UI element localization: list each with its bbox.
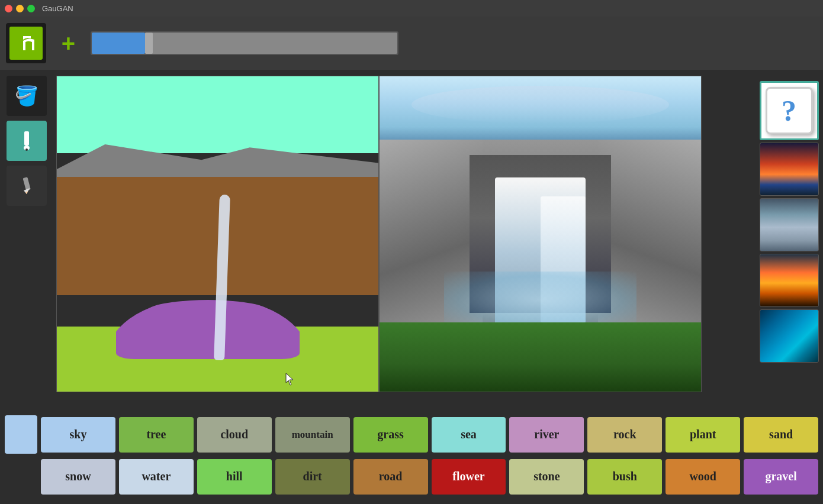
palette-sea[interactable]: sea [432,417,506,453]
plus-icon: + [62,31,75,55]
palette-snow[interactable]: snow [41,459,115,495]
pencil-tool[interactable] [7,166,47,206]
palette-flower[interactable]: flower [432,459,506,495]
canvas-river-layer [116,300,300,359]
paint-bucket-icon: 🪣 [15,85,38,107]
palette-row-1: sky tree cloud mountain grass sea river … [5,415,818,454]
palette-stone[interactable]: stone [509,459,584,495]
minimize-button[interactable] [16,5,24,12]
palette-dirt[interactable]: dirt [275,459,350,495]
palette-gravel[interactable]: gravel [744,459,818,495]
dice-icon: ? [766,87,813,134]
palette-sky[interactable]: sky [41,417,115,453]
toolbar: + [0,17,823,70]
palette-plant[interactable]: plant [666,417,740,453]
titlebar: GauGAN [0,0,823,17]
thumbnail-sunset1[interactable] [760,143,819,196]
thumbnail-clouds[interactable] [760,198,819,251]
palette-river[interactable]: river [509,417,584,453]
wf-mist [444,272,637,328]
palette-water[interactable]: water [119,459,194,495]
canvas-sky-layer [57,76,378,153]
wf-clouds [412,86,668,124]
thumbnail-wave[interactable] [760,309,819,363]
svg-rect-0 [24,131,29,146]
output-canvas [379,76,702,392]
add-button[interactable]: + [52,27,85,60]
app-title: GauGAN [42,4,73,13]
palette-rock[interactable]: rock [587,417,662,453]
svg-point-2 [25,148,28,151]
palette-grass[interactable]: grass [353,417,428,453]
thumbnail-sunset2[interactable] [760,254,819,307]
toolbar-options [91,31,398,55]
palette-mountain[interactable]: mountain [275,417,350,453]
palette-tree[interactable]: tree [119,417,194,453]
palette-row-2: snow water hill dirt road flower stone b… [5,457,818,496]
right-thumbnail-panel: ? [755,70,823,412]
current-color-swatch [5,415,37,454]
palette-wood[interactable]: wood [666,459,740,495]
main-content: 🪣 [0,70,823,412]
palette-cloud[interactable]: cloud [197,417,272,453]
svg-rect-3 [22,177,30,190]
canvas-area [53,70,755,412]
palette-sand[interactable]: sand [744,417,818,453]
color-swatch[interactable] [92,33,145,54]
left-toolbar: 🪣 [0,70,53,412]
palette-road[interactable]: road [353,459,428,495]
nvidia-logo [6,23,46,63]
waterfall-scene [380,76,701,392]
brush-icon [16,130,37,151]
nvidia-icon [14,34,38,53]
thumbnail-random[interactable]: ? [760,81,819,140]
maximize-button[interactable] [27,5,35,12]
brush-tool[interactable] [7,121,47,161]
paint-bucket-tool[interactable]: 🪣 [7,76,47,116]
bottom-palette: sky tree cloud mountain grass sea river … [0,412,823,504]
palette-bush[interactable]: bush [587,459,662,495]
close-button[interactable] [5,5,12,12]
palette-hill[interactable]: hill [197,459,272,495]
wf-vegetation [380,322,701,392]
drawing-canvas[interactable] [56,76,379,392]
brush-size-slider[interactable] [145,33,397,54]
pencil-icon [16,175,37,196]
